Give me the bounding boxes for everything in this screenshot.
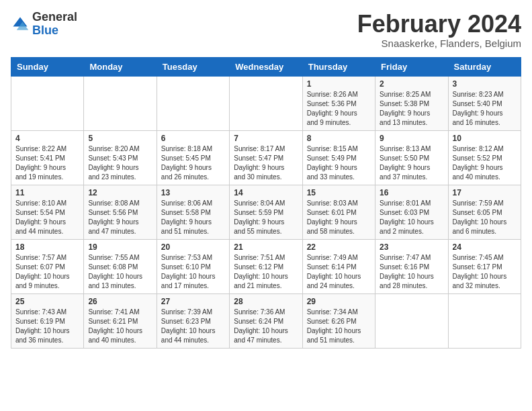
day-info: Sunrise: 7:53 AM Sunset: 6:10 PM Dayligh… [161, 253, 225, 291]
day-number: 2 [380, 79, 443, 89]
calendar-cell: 28Sunrise: 7:36 AM Sunset: 6:24 PM Dayli… [230, 293, 302, 348]
calendar-cell [11, 76, 84, 130]
day-number: 29 [307, 297, 371, 306]
page-header: General Blue February 2024 Snaaskerke, F… [11, 11, 521, 49]
day-info: Sunrise: 8:04 AM Sunset: 5:59 PM Dayligh… [234, 199, 298, 236]
day-number: 19 [88, 242, 152, 252]
day-number: 13 [161, 188, 225, 197]
calendar-week-row: 11Sunrise: 8:10 AM Sunset: 5:54 PM Dayli… [11, 185, 521, 239]
logo-icon [11, 15, 30, 34]
day-info: Sunrise: 8:08 AM Sunset: 5:56 PM Dayligh… [88, 199, 152, 236]
calendar-cell: 12Sunrise: 8:08 AM Sunset: 5:56 PM Dayli… [84, 185, 157, 239]
day-info: Sunrise: 8:26 AM Sunset: 5:36 PM Dayligh… [307, 90, 371, 128]
logo-general-text: General [32, 11, 77, 24]
weekday-header-friday: Friday [375, 57, 448, 76]
day-number: 11 [15, 188, 79, 197]
calendar-cell: 4Sunrise: 8:22 AM Sunset: 5:41 PM Daylig… [11, 130, 84, 185]
day-info: Sunrise: 8:03 AM Sunset: 6:01 PM Dayligh… [307, 199, 371, 236]
day-number: 25 [15, 297, 79, 306]
day-info: Sunrise: 7:36 AM Sunset: 6:24 PM Dayligh… [234, 308, 298, 345]
day-info: Sunrise: 7:57 AM Sunset: 6:07 PM Dayligh… [15, 253, 79, 291]
calendar-cell [84, 76, 157, 130]
weekday-header-row: SundayMondayTuesdayWednesdayThursdayFrid… [11, 57, 521, 76]
calendar-week-row: 18Sunrise: 7:57 AM Sunset: 6:07 PM Dayli… [11, 239, 521, 293]
weekday-header-wednesday: Wednesday [230, 57, 302, 76]
day-number: 28 [234, 297, 298, 306]
calendar-cell: 16Sunrise: 8:01 AM Sunset: 6:03 PM Dayli… [375, 185, 448, 239]
day-info: Sunrise: 7:49 AM Sunset: 6:14 PM Dayligh… [307, 253, 371, 291]
calendar-cell: 18Sunrise: 7:57 AM Sunset: 6:07 PM Dayli… [11, 239, 84, 293]
weekday-header-tuesday: Tuesday [157, 57, 229, 76]
day-info: Sunrise: 8:20 AM Sunset: 5:43 PM Dayligh… [88, 144, 152, 182]
day-number: 17 [453, 188, 517, 197]
calendar-cell: 13Sunrise: 8:06 AM Sunset: 5:58 PM Dayli… [157, 185, 229, 239]
day-info: Sunrise: 8:18 AM Sunset: 5:45 PM Dayligh… [161, 144, 225, 182]
logo-text: General Blue [32, 11, 77, 38]
calendar-cell: 27Sunrise: 7:39 AM Sunset: 6:23 PM Dayli… [157, 293, 229, 348]
day-number: 9 [380, 134, 443, 143]
calendar-cell: 11Sunrise: 8:10 AM Sunset: 5:54 PM Dayli… [11, 185, 84, 239]
day-info: Sunrise: 8:25 AM Sunset: 5:38 PM Dayligh… [380, 90, 443, 128]
calendar-cell: 2Sunrise: 8:25 AM Sunset: 5:38 PM Daylig… [375, 76, 448, 130]
calendar-cell: 24Sunrise: 7:45 AM Sunset: 6:17 PM Dayli… [448, 239, 521, 293]
day-number: 12 [88, 188, 152, 197]
calendar-cell [375, 293, 448, 348]
day-info: Sunrise: 7:51 AM Sunset: 6:12 PM Dayligh… [234, 253, 298, 291]
day-info: Sunrise: 8:17 AM Sunset: 5:47 PM Dayligh… [234, 144, 298, 182]
day-info: Sunrise: 7:59 AM Sunset: 6:05 PM Dayligh… [453, 199, 517, 236]
day-info: Sunrise: 8:06 AM Sunset: 5:58 PM Dayligh… [161, 199, 225, 236]
day-info: Sunrise: 7:34 AM Sunset: 6:26 PM Dayligh… [307, 308, 371, 345]
calendar-week-row: 25Sunrise: 7:43 AM Sunset: 6:19 PM Dayli… [11, 293, 521, 348]
day-number: 15 [307, 188, 371, 197]
calendar-cell: 17Sunrise: 7:59 AM Sunset: 6:05 PM Dayli… [448, 185, 521, 239]
day-number: 7 [234, 134, 298, 143]
calendar-cell: 23Sunrise: 7:47 AM Sunset: 6:16 PM Dayli… [375, 239, 448, 293]
calendar-cell: 29Sunrise: 7:34 AM Sunset: 6:26 PM Dayli… [302, 293, 375, 348]
day-info: Sunrise: 8:12 AM Sunset: 5:52 PM Dayligh… [453, 144, 517, 182]
weekday-header-thursday: Thursday [302, 57, 375, 76]
day-info: Sunrise: 8:23 AM Sunset: 5:40 PM Dayligh… [453, 90, 517, 128]
day-info: Sunrise: 7:55 AM Sunset: 6:08 PM Dayligh… [88, 253, 152, 291]
calendar-cell: 26Sunrise: 7:41 AM Sunset: 6:21 PM Dayli… [84, 293, 157, 348]
calendar-cell: 10Sunrise: 8:12 AM Sunset: 5:52 PM Dayli… [448, 130, 521, 185]
day-info: Sunrise: 8:22 AM Sunset: 5:41 PM Dayligh… [15, 144, 79, 182]
day-number: 3 [453, 79, 517, 89]
day-number: 1 [307, 79, 371, 89]
day-number: 26 [88, 297, 152, 306]
calendar-cell [448, 293, 521, 348]
logo-blue-text: Blue [32, 24, 77, 38]
calendar-cell: 21Sunrise: 7:51 AM Sunset: 6:12 PM Dayli… [230, 239, 302, 293]
calendar-cell: 1Sunrise: 8:26 AM Sunset: 5:36 PM Daylig… [302, 76, 375, 130]
day-info: Sunrise: 7:41 AM Sunset: 6:21 PM Dayligh… [88, 308, 152, 345]
calendar-cell: 19Sunrise: 7:55 AM Sunset: 6:08 PM Dayli… [84, 239, 157, 293]
day-number: 10 [453, 134, 517, 143]
day-number: 5 [88, 134, 152, 143]
day-number: 21 [234, 242, 298, 252]
month-year-title: February 2024 [357, 11, 521, 38]
day-number: 6 [161, 134, 225, 143]
day-info: Sunrise: 7:43 AM Sunset: 6:19 PM Dayligh… [15, 308, 79, 345]
calendar-cell [230, 76, 302, 130]
calendar-cell: 8Sunrise: 8:15 AM Sunset: 5:49 PM Daylig… [302, 130, 375, 185]
calendar-cell [157, 76, 229, 130]
location-subtitle: Snaaskerke, Flanders, Belgium [357, 38, 521, 49]
calendar-week-row: 4Sunrise: 8:22 AM Sunset: 5:41 PM Daylig… [11, 130, 521, 185]
day-info: Sunrise: 7:47 AM Sunset: 6:16 PM Dayligh… [380, 253, 443, 291]
calendar-cell: 22Sunrise: 7:49 AM Sunset: 6:14 PM Dayli… [302, 239, 375, 293]
day-info: Sunrise: 8:13 AM Sunset: 5:50 PM Dayligh… [380, 144, 443, 182]
calendar-cell: 7Sunrise: 8:17 AM Sunset: 5:47 PM Daylig… [230, 130, 302, 185]
calendar-cell: 14Sunrise: 8:04 AM Sunset: 5:59 PM Dayli… [230, 185, 302, 239]
day-number: 27 [161, 297, 225, 306]
day-number: 16 [380, 188, 443, 197]
day-info: Sunrise: 7:45 AM Sunset: 6:17 PM Dayligh… [453, 253, 517, 291]
calendar-table: SundayMondayTuesdayWednesdayThursdayFrid… [11, 57, 521, 349]
title-section: February 2024 Snaaskerke, Flanders, Belg… [357, 11, 521, 49]
day-number: 20 [161, 242, 225, 252]
day-number: 23 [380, 242, 443, 252]
calendar-cell: 5Sunrise: 8:20 AM Sunset: 5:43 PM Daylig… [84, 130, 157, 185]
calendar-cell: 25Sunrise: 7:43 AM Sunset: 6:19 PM Dayli… [11, 293, 84, 348]
calendar-cell: 20Sunrise: 7:53 AM Sunset: 6:10 PM Dayli… [157, 239, 229, 293]
day-number: 14 [234, 188, 298, 197]
day-number: 8 [307, 134, 371, 143]
weekday-header-saturday: Saturday [448, 57, 521, 76]
